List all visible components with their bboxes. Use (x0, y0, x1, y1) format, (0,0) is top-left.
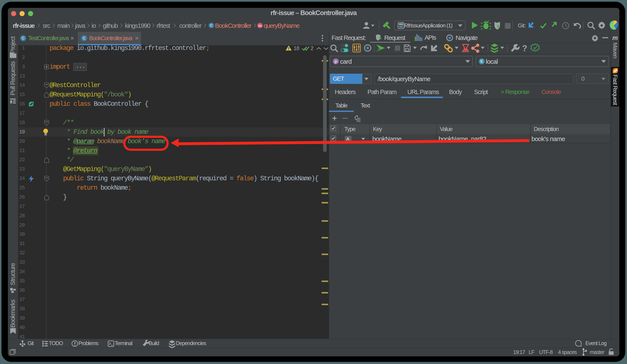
svg-text:?: ? (522, 44, 527, 53)
